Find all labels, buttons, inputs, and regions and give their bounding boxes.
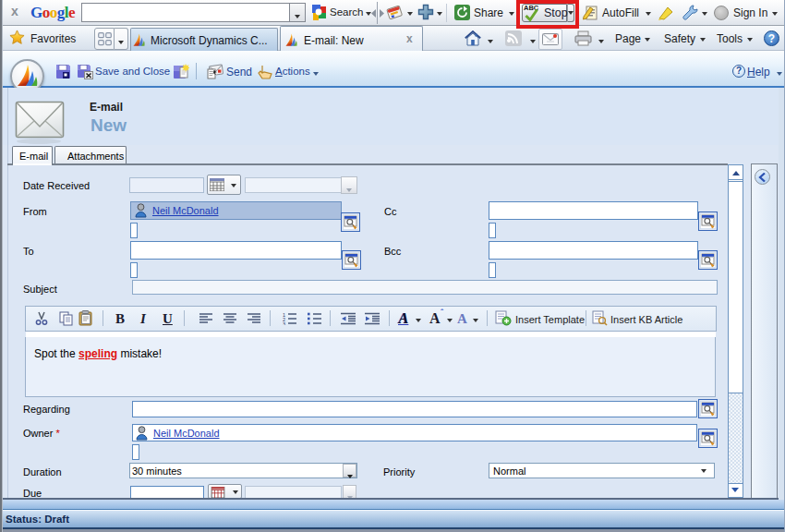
svg-text:3: 3 [283, 321, 285, 326]
